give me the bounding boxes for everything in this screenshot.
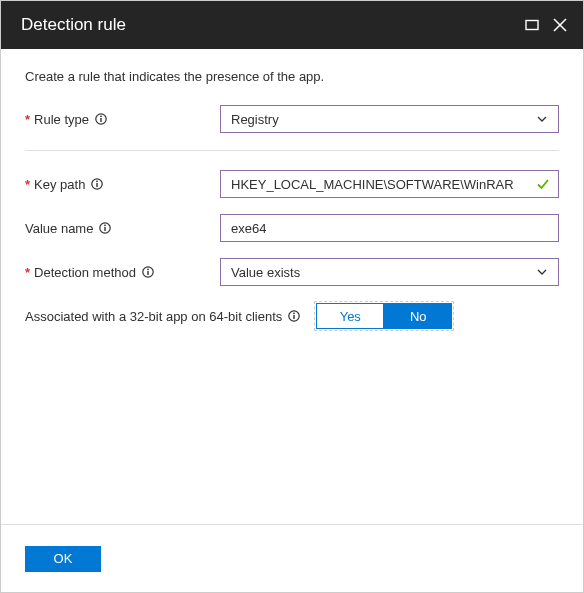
key-path-label-text: Key path (34, 177, 85, 192)
associated-label: Associated with a 32-bit app on 64-bit c… (25, 309, 300, 324)
required-asterisk: * (25, 112, 30, 127)
value-name-input-wrap (220, 214, 559, 242)
svg-rect-4 (100, 118, 101, 122)
rule-type-label-text: Rule type (34, 112, 89, 127)
value-name-label: Value name (25, 221, 220, 236)
info-icon[interactable] (95, 113, 107, 125)
value-name-label-text: Value name (25, 221, 93, 236)
divider (25, 150, 559, 151)
maximize-icon[interactable] (525, 18, 539, 32)
detection-method-label: * Detection method (25, 265, 220, 280)
dialog-footer: OK (1, 524, 583, 592)
info-icon[interactable] (99, 222, 111, 234)
rule-type-row: * Rule type Registry (25, 104, 559, 134)
toggle-yes[interactable]: Yes (316, 303, 384, 329)
detection-method-value: Value exists (231, 265, 300, 280)
required-asterisk: * (25, 177, 30, 192)
detection-method-row: * Detection method Value exists (25, 257, 559, 287)
value-name-input[interactable] (231, 221, 548, 236)
required-asterisk: * (25, 265, 30, 280)
associated-label-text: Associated with a 32-bit app on 64-bit c… (25, 309, 282, 324)
svg-rect-16 (294, 315, 295, 319)
key-path-label: * Key path (25, 177, 220, 192)
chevron-down-icon (536, 266, 548, 278)
detection-method-label-text: Detection method (34, 265, 136, 280)
key-path-row: * Key path (25, 169, 559, 199)
description-text: Create a rule that indicates the presenc… (25, 69, 559, 84)
ok-button[interactable]: OK (25, 546, 101, 572)
svg-point-17 (293, 312, 295, 314)
svg-rect-0 (526, 21, 538, 30)
associated-row: Associated with a 32-bit app on 64-bit c… (25, 301, 559, 331)
key-path-input-wrap (220, 170, 559, 198)
key-path-input[interactable] (231, 177, 530, 192)
valid-checkmark-icon (536, 177, 550, 191)
dialog-content: Create a rule that indicates the presenc… (1, 49, 583, 524)
header-controls (525, 18, 567, 32)
close-icon[interactable] (553, 18, 567, 32)
info-icon[interactable] (91, 178, 103, 190)
svg-point-5 (100, 115, 102, 117)
svg-point-11 (105, 224, 107, 226)
svg-rect-7 (97, 183, 98, 187)
dialog-title: Detection rule (21, 15, 126, 35)
value-name-row: Value name (25, 213, 559, 243)
svg-point-14 (147, 268, 149, 270)
toggle-no[interactable]: No (384, 303, 452, 329)
svg-rect-13 (147, 271, 148, 275)
chevron-down-icon (536, 113, 548, 125)
dialog-header: Detection rule (1, 1, 583, 49)
svg-rect-10 (105, 227, 106, 231)
rule-type-label: * Rule type (25, 112, 220, 127)
detection-method-select[interactable]: Value exists (220, 258, 559, 286)
svg-point-8 (96, 180, 98, 182)
info-icon[interactable] (288, 310, 300, 322)
info-icon[interactable] (142, 266, 154, 278)
associated-toggle: Yes No (314, 301, 454, 331)
rule-type-select[interactable]: Registry (220, 105, 559, 133)
rule-type-value: Registry (231, 112, 279, 127)
